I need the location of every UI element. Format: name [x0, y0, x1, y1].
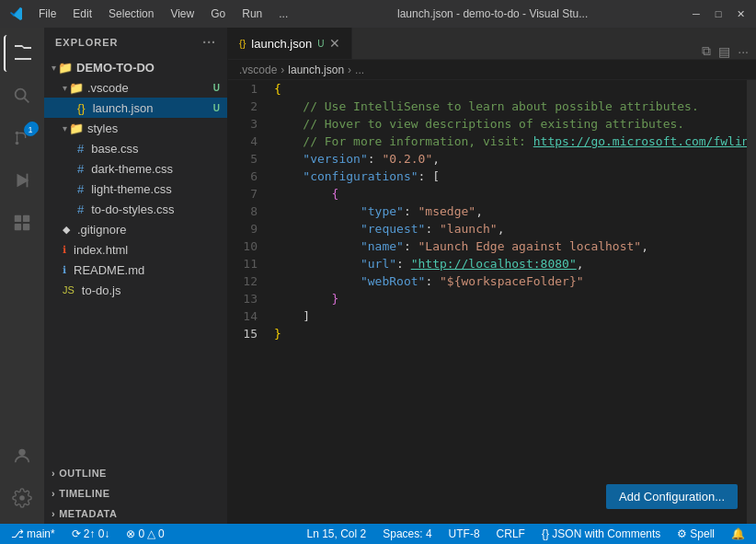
breadcrumb-file[interactable]: launch.json — [288, 64, 344, 76]
menu-selection[interactable]: Selection — [101, 6, 161, 22]
json-tab-icon: {} — [239, 38, 246, 49]
tree-item-root[interactable]: ▾ 📁 DEMO-TO-DO — [44, 57, 227, 77]
minimize-button[interactable]: ─ — [690, 7, 703, 20]
breadcrumb-symbol[interactable]: ... — [355, 64, 364, 76]
tree-label: styles — [87, 122, 118, 135]
svg-point-4 — [16, 142, 19, 145]
code-line-11: "url": "http://localhost:8080", — [274, 255, 747, 272]
code-content[interactable]: { // Use IntelliSense to learn about pos… — [265, 80, 747, 524]
activity-bottom — [4, 437, 40, 516]
tree-label: dark-theme.css — [91, 162, 173, 176]
tree-item-gitignore[interactable]: ◆ .gitignore — [44, 219, 227, 239]
tree-item-vscode[interactable]: ▾ 📁 .vscode U — [44, 77, 227, 98]
status-bar: ⎇ main* ⟳ 2↑ 0↓ ⊗ 0 △ 0 Ln 15, Col 2 Spa… — [0, 524, 756, 544]
menu-edit[interactable]: Edit — [65, 6, 99, 22]
main-container: 1 EXPLORER ··· ▾ 📁 DEMO-TO-DO — [0, 28, 756, 524]
notifications-status[interactable]: 🔔 — [727, 527, 749, 540]
activity-accounts[interactable] — [4, 437, 40, 474]
activity-bar: 1 — [0, 28, 44, 524]
menu-more[interactable]: ... — [271, 6, 295, 22]
layout-icon[interactable]: ▤ — [718, 44, 730, 59]
line-numbers: 1 2 3 4 5 6 7 8 9 10 11 12 13 14 15 — [228, 80, 265, 524]
modified-badge: U — [213, 103, 220, 113]
activity-search[interactable] — [4, 77, 40, 114]
line-ending-status[interactable]: CRLF — [493, 527, 529, 540]
code-line-14: ] — [274, 307, 747, 325]
metadata-header[interactable]: › METADATA — [44, 503, 227, 524]
sync-status[interactable]: ⟳ 2↑ 0↓ — [68, 527, 114, 540]
breadcrumb-vscode[interactable]: .vscode — [239, 64, 277, 76]
timeline-header[interactable]: › TIMELINE — [44, 483, 227, 503]
svg-point-0 — [16, 89, 26, 99]
spell-icon: ⚙ — [677, 527, 687, 540]
menu-run[interactable]: Run — [235, 6, 269, 22]
chevron-right-icon: › — [52, 468, 55, 479]
activity-settings[interactable] — [4, 480, 40, 516]
activity-extensions[interactable] — [4, 204, 40, 241]
css-file-icon: # — [77, 203, 84, 216]
maximize-button[interactable]: □ — [712, 7, 725, 20]
titlebar: File Edit Selection View Go Run ... laun… — [0, 0, 756, 28]
tree-item-launch-json[interactable]: {} launch.json U — [44, 98, 227, 118]
more-actions-icon[interactable]: ··· — [738, 44, 749, 59]
code-editor[interactable]: 1 2 3 4 5 6 7 8 9 10 11 12 13 14 15 { //… — [228, 80, 756, 524]
code-line-5: "version": "0.2.0", — [274, 150, 747, 168]
md-file-icon: ℹ — [63, 264, 66, 276]
line-num-4: 4 — [228, 133, 265, 150]
svg-rect-10 — [15, 224, 21, 230]
line-num-15: 15 — [228, 325, 265, 342]
tree-item-styles[interactable]: ▾ 📁 styles — [44, 118, 227, 138]
split-editor-icon[interactable]: ⧉ — [702, 43, 711, 59]
close-button[interactable]: ✕ — [734, 7, 747, 20]
activity-explorer[interactable] — [4, 35, 40, 72]
spell-text: Spell — [690, 527, 715, 540]
sidebar-more-button[interactable]: ··· — [202, 35, 216, 50]
branch-status[interactable]: ⎇ main* — [7, 527, 59, 540]
tree-item-light-theme-css[interactable]: # light-theme.css — [44, 179, 227, 199]
tree-item-index-html[interactable]: ℹ index.html — [44, 239, 227, 260]
tree-label: DEMO-TO-DO — [76, 61, 155, 75]
menu-file[interactable]: File — [31, 6, 63, 22]
activity-source-control[interactable]: 1 — [4, 120, 40, 156]
outline-header[interactable]: › OUTLINE — [44, 463, 227, 483]
breadcrumb-sep2: › — [348, 64, 351, 76]
spell-status[interactable]: ⚙ Spell — [673, 527, 718, 540]
tree-item-base-css[interactable]: # base.css — [44, 138, 227, 158]
tab-launch-json[interactable]: {} launch.json U ✕ — [228, 28, 352, 59]
tree-item-todo-styles-css[interactable]: # to-do-styles.css — [44, 199, 227, 219]
line-num-3: 3 — [228, 115, 265, 133]
line-num-1: 1 — [228, 80, 265, 98]
warning-icon: △ — [147, 527, 155, 540]
menu-view[interactable]: View — [163, 6, 201, 22]
tree-item-dark-theme-css[interactable]: # dark-theme.css — [44, 158, 227, 179]
scrollbar[interactable] — [747, 80, 756, 524]
json-file-icon: {} — [77, 101, 86, 115]
language-status[interactable]: {} JSON with Comments — [538, 527, 664, 540]
timeline-label: TIMELINE — [59, 488, 109, 499]
tree-item-todo-js[interactable]: JS to-do.js — [44, 280, 227, 300]
titlebar-left: File Edit Selection View Go Run ... — [9, 6, 295, 22]
code-line-2: // Use IntelliSense to learn about possi… — [274, 98, 747, 115]
tree-label: to-do-styles.css — [91, 203, 174, 216]
encoding-text: UTF-8 — [449, 527, 480, 540]
metadata-section: › METADATA — [44, 503, 227, 524]
cursor-pos-text: Ln 15, Col 2 — [307, 527, 367, 540]
encoding-status[interactable]: UTF-8 — [445, 527, 484, 540]
error-status[interactable]: ⊗ 0 △ 0 — [122, 527, 167, 540]
html-file-icon: ℹ — [63, 244, 66, 256]
activity-run[interactable] — [4, 162, 40, 199]
svg-rect-9 — [23, 215, 29, 222]
spaces-status[interactable]: Spaces: 4 — [379, 527, 435, 540]
add-configuration-button[interactable]: Add Configuration... — [606, 484, 738, 509]
svg-point-2 — [16, 132, 19, 135]
tree-label: README.md — [74, 263, 144, 277]
folder-icon: 📁 — [69, 81, 84, 95]
status-left: ⎇ main* ⟳ 2↑ 0↓ ⊗ 0 △ 0 — [7, 527, 168, 540]
menu-go[interactable]: Go — [203, 6, 233, 22]
tree-label: index.html — [74, 243, 128, 257]
code-line-4: // For more information, visit: https://… — [274, 133, 747, 150]
cursor-position[interactable]: Ln 15, Col 2 — [304, 527, 371, 540]
line-num-8: 8 — [228, 203, 265, 220]
tree-item-readme-md[interactable]: ℹ README.md — [44, 260, 227, 280]
tab-close-button[interactable]: ✕ — [329, 36, 340, 51]
